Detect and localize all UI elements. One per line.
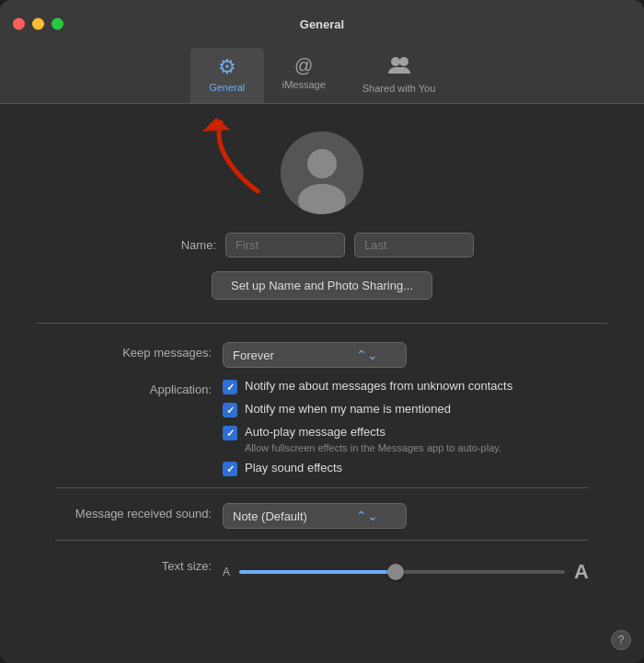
first-name-input[interactable]: [225, 233, 345, 257]
checkmark-icon: ✓: [226, 463, 235, 475]
settings-section: Keep messages: Forever ⌃⌄ Application: ✓: [55, 342, 589, 595]
fullscreen-button[interactable]: [52, 18, 63, 30]
checkbox-auto-play-group: ✓ Auto-play message effects Allow fullsc…: [223, 425, 589, 453]
application-checkboxes: ✓ Notify me about messages from unknown …: [223, 379, 589, 476]
content-area: Name: Set up Name and Photo Sharing... K…: [0, 104, 644, 663]
checkbox-auto-play-sublabel: Allow fullscreen effects in the Messages…: [245, 442, 589, 453]
checkmark-icon: ✓: [226, 405, 235, 417]
tab-general-label: General: [209, 82, 245, 93]
last-name-input[interactable]: [354, 233, 474, 257]
toolbar: ⚙ General @ iMessage Shared with You: [0, 48, 644, 104]
keep-messages-dropdown[interactable]: Forever ⌃⌄: [223, 342, 407, 368]
text-size-label: Text size:: [55, 555, 212, 573]
checkbox-auto-play-row: ✓ Auto-play message effects: [223, 425, 589, 440]
svg-marker-2: [202, 118, 230, 131]
svg-point-0: [391, 57, 400, 66]
shared-icon: [387, 55, 411, 80]
svg-point-4: [307, 149, 337, 178]
checkmark-icon: ✓: [226, 428, 235, 440]
setup-button[interactable]: Set up Name and Photo Sharing...: [212, 271, 432, 300]
avatar: [281, 131, 363, 214]
text-size-row: Text size: A A: [55, 555, 589, 584]
checkbox-auto-play[interactable]: ✓: [223, 426, 237, 440]
at-icon: @: [294, 55, 313, 76]
text-size-large-label: A: [574, 560, 589, 584]
app-window: General ⚙ General @ iMessage Shared with…: [0, 0, 644, 663]
divider-2: [55, 487, 589, 488]
checkbox-sound-effects-row: ✓ Play sound effects: [223, 461, 589, 476]
window-title: General: [300, 17, 344, 31]
message-received-sound-content: Note (Default) ⌃⌄: [223, 503, 589, 529]
checkmark-icon: ✓: [226, 382, 235, 394]
checkbox-sound-effects-label: Play sound effects: [245, 461, 342, 474]
slider-fill: [239, 570, 402, 574]
checkbox-unknown-contacts-row: ✓ Notify me about messages from unknown …: [223, 379, 589, 394]
tab-imessage[interactable]: @ iMessage: [264, 48, 344, 103]
tab-imessage-label: iMessage: [282, 79, 326, 90]
svg-point-1: [399, 57, 408, 66]
name-label: Name:: [170, 238, 216, 252]
keep-messages-label: Keep messages:: [55, 342, 212, 360]
text-size-slider-track: [239, 570, 565, 574]
checkbox-name-mentioned-label: Notify me when my name is mentioned: [245, 402, 451, 416]
keep-messages-content: Forever ⌃⌄: [223, 342, 589, 368]
help-icon: ?: [618, 634, 625, 646]
checkbox-name-mentioned-row: ✓ Notify me when my name is mentioned: [223, 402, 589, 417]
application-row: Application: ✓ Notify me about messages …: [55, 379, 589, 476]
checkbox-unknown-contacts[interactable]: ✓: [223, 380, 237, 394]
text-size-content: A A: [223, 555, 589, 584]
avatar-container[interactable]: [281, 131, 363, 214]
keep-messages-value: Forever: [233, 349, 274, 362]
traffic-lights: [13, 18, 63, 30]
message-received-sound-dropdown[interactable]: Note (Default) ⌃⌄: [223, 503, 407, 529]
slider-row: A A: [223, 560, 589, 584]
divider-3: [55, 540, 589, 541]
slider-thumb[interactable]: [387, 564, 404, 580]
message-received-sound-value: Note (Default): [233, 509, 307, 523]
titlebar: General: [0, 0, 644, 48]
message-received-sound-row: Message received sound: Note (Default) ⌃…: [55, 503, 589, 529]
divider-1: [37, 323, 607, 324]
tab-shared-with-you[interactable]: Shared with You: [344, 48, 454, 103]
tab-shared-with-you-label: Shared with You: [362, 83, 436, 94]
message-received-sound-label: Message received sound:: [55, 503, 212, 520]
dropdown-arrows-sound-icon: ⌃⌄: [356, 509, 378, 523]
checkbox-sound-effects[interactable]: ✓: [223, 462, 237, 476]
tab-general[interactable]: ⚙ General: [190, 48, 264, 103]
keep-messages-row: Keep messages: Forever ⌃⌄: [55, 342, 589, 368]
close-button[interactable]: [13, 18, 25, 30]
dropdown-arrows-icon: ⌃⌄: [356, 348, 378, 362]
checkbox-unknown-contacts-label: Notify me about messages from unknown co…: [245, 379, 512, 393]
name-row: Name:: [37, 233, 607, 257]
help-button[interactable]: ?: [611, 630, 631, 650]
application-label: Application:: [55, 379, 212, 396]
checkbox-name-mentioned[interactable]: ✓: [223, 403, 237, 417]
arrow-annotation: [184, 113, 294, 209]
gear-icon: ⚙: [218, 55, 236, 79]
minimize-button[interactable]: [32, 18, 44, 30]
text-size-small-label: A: [223, 566, 230, 578]
checkbox-auto-play-label: Auto-play message effects: [245, 425, 385, 439]
